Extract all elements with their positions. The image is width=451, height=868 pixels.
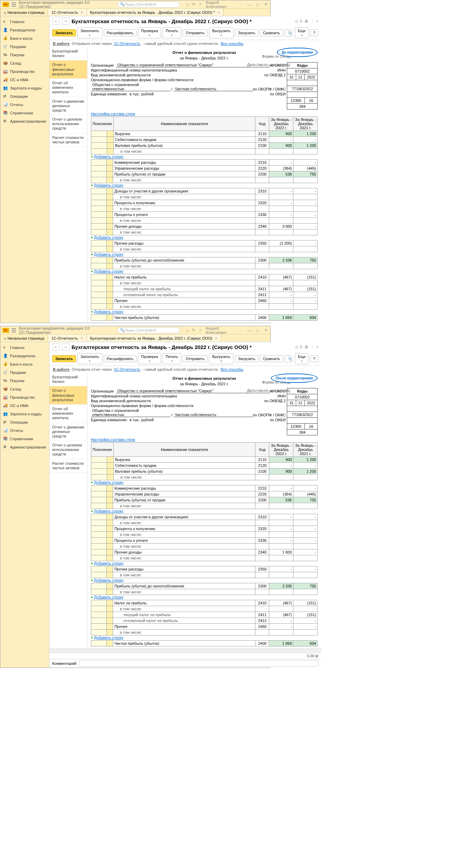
nav-item[interactable]: 👥Зарплата и кадры: [0, 84, 49, 92]
close-button[interactable]: ✕: [263, 328, 268, 332]
print-icon[interactable]: 🖶: [304, 19, 308, 23]
add-row-link[interactable]: +Добавить строку: [91, 235, 318, 239]
nav-item[interactable]: 💰Банк и касса: [0, 34, 49, 43]
close-icon[interactable]: ×: [217, 10, 219, 15]
tune-link[interactable]: Настройка состава строк: [91, 112, 135, 116]
export-icon[interactable]: ⎙: [295, 19, 298, 23]
section-item[interactable]: Отчет о финансовых результатах: [49, 60, 87, 79]
nav-item[interactable]: 🛒Продажи: [0, 43, 49, 51]
history-icon[interactable]: ↻: [192, 2, 195, 7]
bell-icon[interactable]: ♫: [186, 2, 189, 7]
section-item[interactable]: Расчет стоимости чистых активов: [49, 133, 87, 147]
maximize-button[interactable]: □: [255, 2, 260, 7]
scrollbar[interactable]: [49, 649, 321, 653]
menu-icon[interactable]: [12, 2, 16, 7]
minimize-button[interactable]: —: [247, 2, 252, 7]
more-icon[interactable]: ⋮: [310, 19, 314, 23]
fwd-button[interactable]: →: [62, 343, 69, 350]
tab-report[interactable]: Бухгалтерская отчетность за Январь - Дек…: [87, 334, 221, 342]
nav-item[interactable]: ≡Главное: [0, 18, 49, 26]
add-row-link[interactable]: +Добавить строку: [91, 183, 318, 187]
nav-item[interactable]: 👤Руководителю: [0, 26, 49, 34]
menu-icon[interactable]: [12, 328, 16, 332]
maximize-button[interactable]: □: [255, 328, 260, 332]
section-item[interactable]: Отчет о целевом использовании средств: [49, 441, 87, 459]
section-item[interactable]: Бухгалтерский баланс: [49, 47, 87, 60]
tab-report[interactable]: Бухгалтерская отчетность за Январь - Дек…: [87, 9, 224, 16]
nav-item[interactable]: 🚚ОС и НМА: [0, 402, 49, 410]
search-input[interactable]: 🔍 Поиск Ctrl+Shift+F: [118, 1, 180, 8]
nav-item[interactable]: 👤Руководителю: [0, 352, 49, 360]
minimize-button[interactable]: —: [247, 328, 252, 332]
add-row-link[interactable]: +Добавить строку: [91, 635, 318, 640]
section-item[interactable]: Отчет об изменениях капитала: [49, 405, 87, 423]
add-row-link[interactable]: +Добавить строку: [91, 310, 318, 314]
nav-item[interactable]: 📦Склад: [0, 59, 49, 67]
link-all[interactable]: Все способы: [221, 41, 244, 46]
back-button[interactable]: ←: [52, 18, 60, 25]
close-button[interactable]: ✕: [263, 2, 268, 7]
back-button[interactable]: ←: [52, 343, 60, 350]
nav-item[interactable]: ⚙Администрирование: [0, 117, 49, 125]
print-button[interactable]: Печать: [162, 27, 181, 38]
attach-button[interactable]: 📎: [284, 29, 292, 37]
fill-button[interactable]: Заполнить: [77, 27, 102, 38]
add-row-link[interactable]: +Добавить строку: [91, 595, 318, 599]
add-row-link[interactable]: +Добавить строку: [91, 509, 318, 513]
add-row-link[interactable]: +Добавить строку: [91, 154, 318, 159]
nav-item[interactable]: ≡Главное: [0, 343, 49, 352]
nav-item[interactable]: 🚚ОС и НМА: [0, 76, 49, 84]
nav-item[interactable]: 👥Зарплата и кадры: [0, 410, 49, 418]
close-icon[interactable]: ×: [316, 19, 318, 23]
more-button[interactable]: Еще: [295, 27, 309, 38]
link-1c[interactable]: 1С-Отчетность: [114, 41, 140, 46]
tab-home[interactable]: ⌂ Начальная страница: [0, 9, 48, 16]
decode-button[interactable]: Расшифровать: [104, 29, 137, 36]
dots-icon[interactable]: ⋮: [239, 2, 243, 7]
nav-item[interactable]: 📊Отчеты: [0, 101, 49, 109]
nav-item[interactable]: 🛍Покупки: [0, 51, 49, 59]
nav-item[interactable]: 🏭Производство: [0, 393, 49, 402]
comment-input[interactable]: [79, 660, 318, 667]
nav-item[interactable]: 📦Склад: [0, 385, 49, 393]
tab-1c[interactable]: 1С-Отчетность×: [48, 334, 87, 342]
search-input[interactable]: 🔍 Поиск Ctrl+Shift+F: [118, 327, 180, 333]
nav-item[interactable]: 📚Справочники: [0, 435, 49, 443]
section-item[interactable]: Отчет о целевом использовании средств: [49, 115, 87, 133]
nav-item[interactable]: 🏭Производство: [0, 67, 49, 76]
add-row-link[interactable]: +Добавить строку: [91, 578, 318, 582]
nav-item[interactable]: 🛒Продажи: [0, 368, 49, 377]
nav-item[interactable]: ⇄Операции: [0, 418, 49, 426]
load-button[interactable]: Загрузить: [235, 29, 259, 36]
bell-icon[interactable]: ♫: [186, 328, 189, 332]
fwd-button[interactable]: →: [62, 18, 69, 25]
check-button[interactable]: Проверка: [138, 27, 161, 38]
send-button[interactable]: Отправить: [182, 29, 208, 36]
nav-item[interactable]: 📊Отчеты: [0, 426, 49, 435]
close-icon[interactable]: ×: [81, 10, 83, 15]
tab-home[interactable]: ⌂ Начальная страница: [0, 334, 48, 342]
add-row-link[interactable]: +Добавить строку: [91, 561, 318, 565]
star-icon[interactable]: ☆: [199, 2, 202, 7]
org-value[interactable]: Общество с ограниченной ответственностью…: [116, 63, 270, 67]
tab-1c[interactable]: 1С-Отчетность×: [48, 9, 87, 16]
section-item[interactable]: Отчет о движении денежных средств: [49, 423, 87, 441]
link-icon[interactable]: ⎘: [300, 19, 302, 23]
section-item[interactable]: Отчет о финансовых результатах: [49, 386, 87, 405]
star-icon[interactable]: ☆: [199, 328, 202, 332]
section-item[interactable]: Бухгалтерский баланс: [49, 373, 87, 386]
nav-item[interactable]: ⇄Операции: [0, 92, 49, 101]
section-item[interactable]: Расчет стоимости чистых активов: [49, 459, 87, 473]
nav-item[interactable]: 🛍Покупки: [0, 377, 49, 385]
section-item[interactable]: Отчет об изменениях капитала: [49, 79, 87, 97]
save-button[interactable]: Записать: [52, 355, 76, 362]
nav-item[interactable]: 📚Справочники: [0, 109, 49, 117]
section-item[interactable]: Отчет о движении денежных средств: [49, 97, 87, 115]
nav-item[interactable]: 💰Банк и касса: [0, 360, 49, 368]
user-name[interactable]: Андрей Алексеевич: [206, 0, 236, 9]
help-button[interactable]: ?: [310, 29, 318, 36]
add-row-link[interactable]: +Добавить строку: [91, 269, 318, 273]
save-button[interactable]: Записать: [52, 29, 76, 36]
add-row-link[interactable]: +Добавить строку: [91, 480, 318, 484]
add-row-link[interactable]: +Добавить строку: [91, 252, 318, 256]
